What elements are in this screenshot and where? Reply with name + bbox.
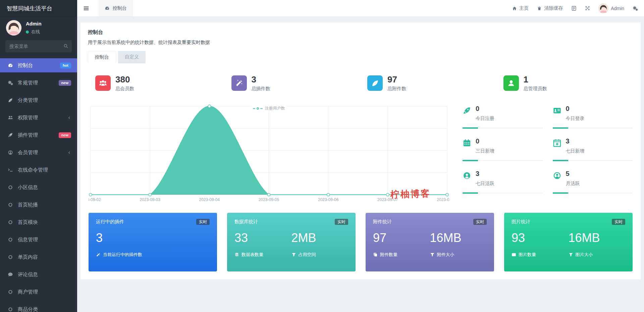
topbar-tab-console[interactable]: 控制台 xyxy=(99,0,133,16)
card-metric: 当前运行中的插件数 xyxy=(96,252,153,258)
card-value: 3 xyxy=(96,231,153,245)
stat-label: 总会员数 xyxy=(115,86,134,92)
clear-cache-label: 清除缓存 xyxy=(544,5,563,11)
terminal-icon xyxy=(7,167,13,173)
mini-stat-label: 今日注册 xyxy=(476,116,494,122)
sidebar-item-label: 单页内容 xyxy=(18,254,71,260)
sidebar-item[interactable]: 权限管理 xyxy=(0,111,77,125)
mini-stat: 0 三日新增 xyxy=(463,137,543,161)
card-metric-label: 附件数量 xyxy=(380,252,397,258)
card-metric-label: 数据表数量 xyxy=(241,252,263,258)
svg-text:2023-09-02: 2023-09-02 xyxy=(89,197,101,202)
svg-text:2023-09-04: 2023-09-04 xyxy=(199,197,220,202)
summary-card: 图片统计 实时 9316MB 图片数量图片大小 xyxy=(504,213,633,271)
chart-legend[interactable]: 注册用户数 xyxy=(252,106,286,111)
page-subtitle: 用于展示当前系统中的统计数据、统计报表及重要实时数据 xyxy=(88,40,633,46)
sidebar-item[interactable]: 单页内容 xyxy=(0,250,77,264)
sidebar-item[interactable]: 首页模块 xyxy=(0,215,77,229)
clear-cache-button[interactable]: 清除缓存 xyxy=(537,5,563,11)
svg-text:2023-09-05: 2023-09-05 xyxy=(259,197,279,202)
summary-card: 运行中的插件 实时 3 当前运行中的插件数 xyxy=(89,213,217,271)
sidebar-item[interactable]: 评论信息 xyxy=(0,267,77,282)
circle-icon xyxy=(7,220,13,225)
calendar-icon xyxy=(463,139,471,147)
expand-icon xyxy=(585,6,590,11)
sidebar-item[interactable]: 常规管理 new xyxy=(0,76,77,90)
sidebar-menu: 控制台 hot 常规管理 new 分类管理 权限管理 插件管理 new 会员管理… xyxy=(0,58,77,312)
tab-custom[interactable]: 自定义 xyxy=(118,51,146,63)
sidebar-item[interactable]: 商户管理 xyxy=(0,285,77,299)
card-value: 16MB xyxy=(569,231,626,245)
dashboard-panel: 控制台 用于展示当前系统中的统计数据、统计报表及重要实时数据 控制台 自定义 3… xyxy=(80,22,641,279)
tab-console[interactable]: 控制台 xyxy=(88,51,116,63)
home-button[interactable]: 主页 xyxy=(512,5,529,11)
watermark: 柠柚博客 xyxy=(390,187,431,201)
card-metric-label: 附件大小 xyxy=(437,252,454,258)
sidebar-item[interactable]: 控制台 hot xyxy=(0,58,77,72)
sidebar-item-badge: hot xyxy=(60,63,71,68)
search-input[interactable] xyxy=(5,40,72,52)
stat-card: 380 总会员数 xyxy=(89,71,225,95)
sidebar-item[interactable]: 商品分类 xyxy=(0,302,77,312)
mini-stat: 0 今日登录 xyxy=(553,104,633,128)
mini-stat-value: 3 xyxy=(566,137,585,145)
realtime-badge: 实时 xyxy=(473,219,487,225)
fullscreen-button[interactable] xyxy=(585,6,590,11)
chart-row: 2023-09-022023-09-032023-09-042023-09-05… xyxy=(89,104,633,203)
page-header: 控制台 用于展示当前系统中的统计数据、统计报表及重要实时数据 xyxy=(80,22,641,46)
mini-stat-label: 今日登录 xyxy=(566,116,585,122)
sidebar-item-label: 分类管理 xyxy=(18,97,71,104)
sidebar-item[interactable]: 首页轮播 xyxy=(0,198,77,212)
summary-cards-row: 运行中的插件 实时 3 当前运行中的插件数 数据库统计 实时 332MB 数据表… xyxy=(89,213,633,271)
sidebar-item[interactable]: 会员管理 xyxy=(0,145,77,160)
sidebar-item-label: 小区信息 xyxy=(18,184,71,191)
realtime-badge: 实时 xyxy=(335,219,348,225)
rocket-icon xyxy=(463,106,471,115)
stat-card: 1 总管理员数 xyxy=(497,71,633,95)
sidebar-item-label: 权限管理 xyxy=(18,115,65,121)
gears-icon xyxy=(633,6,638,11)
sidebar-item-label: 常规管理 xyxy=(18,80,59,86)
gears-icon xyxy=(7,80,13,85)
mini-stat: 3 七日新增 xyxy=(553,137,633,161)
language-button[interactable] xyxy=(571,6,577,11)
realtime-badge: 实时 xyxy=(196,219,210,225)
stat-label: 总插件数 xyxy=(252,86,270,92)
sidebar-item-label: 在线命令管理 xyxy=(18,167,71,173)
mini-stat: 3 七日活跃 xyxy=(463,169,543,193)
mini-stat: 5 月活跃 xyxy=(553,169,633,193)
legend-marker-circle xyxy=(257,107,259,110)
dashboard-icon xyxy=(105,6,110,11)
sidebar-item[interactable]: 插件管理 new xyxy=(0,128,77,142)
sidebar: 智慧同城生活平台 Admin 在线 控制台 hot 常规管 xyxy=(0,0,77,312)
user-avatar xyxy=(6,20,21,36)
user-icon xyxy=(503,75,519,91)
sidebar-item[interactable]: 小区信息 xyxy=(0,180,77,194)
card-metric: 图片大小 xyxy=(569,252,626,258)
sidebar-item[interactable]: 信息管理 xyxy=(0,233,77,247)
comment-icon xyxy=(7,272,13,277)
sidebar-item[interactable]: 分类管理 xyxy=(0,93,77,107)
card-title: 图片统计 xyxy=(512,219,530,225)
database-icon xyxy=(234,252,239,257)
sidebar-item[interactable]: 在线命令管理 xyxy=(0,163,77,177)
sidebar-item-label: 商品分类 xyxy=(18,306,71,312)
topbar-avatar xyxy=(598,3,608,13)
trash-icon xyxy=(537,6,542,11)
filter-icon xyxy=(569,252,573,257)
stat-value: 1 xyxy=(524,74,547,85)
topbar-user[interactable]: Admin xyxy=(598,3,624,13)
magic-icon xyxy=(231,75,247,91)
svg-text:2023-09-08: 2023-09-08 xyxy=(437,197,449,202)
user-name: Admin xyxy=(26,21,42,26)
app-title: 智慧同城生活平台 xyxy=(0,0,77,17)
calendar-plus-icon xyxy=(553,139,561,147)
sidebar-item-label: 控制台 xyxy=(18,62,60,69)
settings-button[interactable] xyxy=(633,6,638,11)
sidebar-item-badge: new xyxy=(59,80,71,86)
summary-card: 数据库统计 实时 332MB 数据表数量占用空间 xyxy=(227,213,356,271)
menu-toggle-button[interactable] xyxy=(77,0,95,16)
circle-icon xyxy=(7,254,13,260)
card-title: 数据库统计 xyxy=(234,219,258,225)
mini-stat-value: 0 xyxy=(476,105,494,113)
